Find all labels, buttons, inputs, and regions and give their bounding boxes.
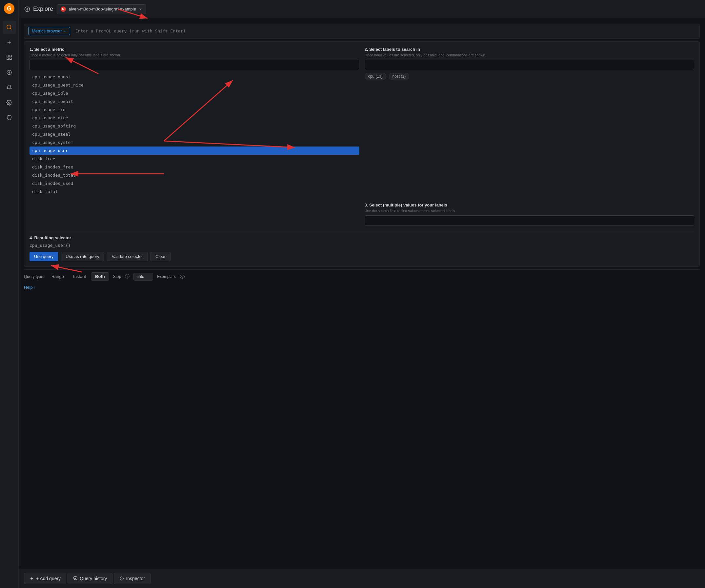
step-info-icon[interactable]: ⓘ <box>125 274 130 280</box>
exemplars-eye-icon[interactable] <box>180 274 185 279</box>
browser-actions: Use query Use as rate query Validate sel… <box>30 252 694 261</box>
add-query-button[interactable]: + Add query <box>24 573 66 584</box>
plus-icon <box>30 576 34 581</box>
help-chevron-icon: › <box>34 285 35 290</box>
search-icon[interactable] <box>3 21 16 34</box>
help-section: Help › <box>24 283 700 291</box>
resulting-selector: 4. Resulting selector cpu_usage_user{} U… <box>30 231 694 261</box>
query-editor: Metrics browser <box>24 23 700 39</box>
section-select-metric: 1. Select a metric Once a metric is sele… <box>30 47 360 197</box>
inspector-label: Inspector <box>126 576 145 581</box>
section-select-labels: 2. Select labels to search in Once label… <box>365 47 695 197</box>
grafana-logo[interactable]: G <box>3 3 15 14</box>
datasource-icon: M <box>61 7 66 12</box>
validate-selector-button[interactable]: Validate selector <box>107 252 148 261</box>
datasource-name: aiven-m3db-m3db-telegraf-example <box>68 7 136 11</box>
metric-item[interactable]: disk_used <box>30 196 360 197</box>
inspector-icon <box>120 576 124 581</box>
history-icon <box>73 576 78 581</box>
section1-description: Once a metric is selected only possible … <box>30 53 360 57</box>
section4-title: 4. Resulting selector <box>30 235 694 240</box>
metric-item[interactable]: cpu_usage_softirq <box>30 122 360 130</box>
metric-item[interactable]: cpu_usage_idle <box>30 89 360 97</box>
metric-item[interactable]: cpu_usage_irq <box>30 105 360 114</box>
label-tag[interactable]: host (1) <box>389 73 410 80</box>
label-tags: cpu (13)host (1) <box>365 73 695 80</box>
label-tag[interactable]: cpu (13) <box>365 73 386 80</box>
browser-sections: 1. Select a metric Once a metric is sele… <box>30 47 694 197</box>
query-type-label: Query type <box>24 274 43 279</box>
exemplars-label: Exemplars <box>157 274 176 279</box>
query-type-options: Range Instant Both <box>47 273 109 281</box>
metrics-browser-panel: 1. Select a metric Once a metric is sele… <box>24 41 700 267</box>
browser-bottom: 3. Select (multiple) values for your lab… <box>30 203 694 226</box>
both-button[interactable]: Both <box>91 273 109 281</box>
explore-icon[interactable] <box>3 66 16 79</box>
svg-text:G: G <box>7 5 11 12</box>
svg-rect-3 <box>7 55 8 57</box>
explore-label: Explore <box>33 6 53 12</box>
clear-button[interactable]: Clear <box>150 252 171 261</box>
chevron-down-icon <box>139 7 143 11</box>
step-input[interactable] <box>134 273 153 281</box>
inspector-button[interactable]: Inspector <box>114 573 150 584</box>
metric-item[interactable]: disk_free <box>30 155 360 163</box>
sidebar: G <box>0 0 19 588</box>
metric-item[interactable]: disk_inodes_total <box>30 171 360 179</box>
svg-point-10 <box>25 7 30 11</box>
use-as-rate-button[interactable]: Use as rate query <box>61 252 104 261</box>
shield-icon[interactable] <box>3 111 16 124</box>
explore-title-icon <box>24 6 31 12</box>
editor-header: Metrics browser <box>24 24 699 38</box>
metric-item[interactable]: cpu_usage_system <box>30 138 360 147</box>
section3-description: Use the search field to find values acro… <box>365 209 695 213</box>
datasource-selector[interactable]: M aiven-m3db-m3db-telegraf-example <box>57 4 146 14</box>
instant-button[interactable]: Instant <box>69 273 90 281</box>
label-values-search-input[interactable] <box>365 215 695 226</box>
metric-item[interactable]: disk_inodes_free <box>30 163 360 171</box>
content-area: Metrics browser 1. Select a metric Once … <box>19 18 705 569</box>
add-query-label: + Add query <box>36 576 61 581</box>
metric-item[interactable]: cpu_usage_guest <box>30 73 360 81</box>
topbar: Explore M aiven-m3db-m3db-telegraf-examp… <box>19 0 705 18</box>
svg-point-7 <box>7 70 11 75</box>
svg-marker-11 <box>27 8 28 10</box>
dashboards-icon[interactable] <box>3 51 16 64</box>
metric-item[interactable]: cpu_usage_user <box>30 147 360 155</box>
label-search-input[interactable] <box>365 60 695 70</box>
step-label: Step <box>113 274 121 279</box>
metric-item[interactable]: cpu_usage_nice <box>30 114 360 122</box>
metric-item[interactable]: cpu_usage_guest_nice <box>30 81 360 89</box>
page-title: Explore <box>24 6 53 12</box>
metric-item[interactable]: disk_total <box>30 188 360 196</box>
use-query-button[interactable]: Use query <box>30 252 58 261</box>
query-history-button[interactable]: Query history <box>67 573 112 584</box>
promql-input[interactable] <box>73 27 696 35</box>
svg-point-9 <box>8 102 10 104</box>
metric-search-input[interactable] <box>30 60 360 70</box>
metric-item[interactable]: cpu_usage_steal <box>30 130 360 138</box>
metrics-browser-button[interactable]: Metrics browser <box>28 27 70 35</box>
svg-rect-4 <box>10 55 11 57</box>
add-icon[interactable] <box>3 36 16 49</box>
query-options: Query type Range Instant Both Step ⓘ Exe… <box>24 270 700 283</box>
section2-title: 2. Select labels to search in <box>365 47 695 52</box>
svg-marker-8 <box>9 71 10 74</box>
section1-title: 1. Select a metric <box>30 47 360 52</box>
svg-rect-5 <box>7 58 8 60</box>
query-history-label: Query history <box>80 576 107 581</box>
alerting-icon[interactable] <box>3 81 16 94</box>
range-button[interactable]: Range <box>47 273 68 281</box>
svg-point-2 <box>7 25 11 29</box>
metric-item[interactable]: cpu_usage_iowait <box>30 97 360 105</box>
help-link[interactable]: Help › <box>24 285 35 290</box>
settings-icon[interactable] <box>3 96 16 109</box>
bottom-toolbar: + Add query Query history Inspector <box>19 569 705 588</box>
main-content: Explore M aiven-m3db-m3db-telegraf-examp… <box>19 0 705 588</box>
metric-item[interactable]: disk_inodes_used <box>30 179 360 188</box>
selector-value: cpu_usage_user{} <box>30 243 694 248</box>
section3-title: 3. Select (multiple) values for your lab… <box>365 203 695 207</box>
svg-rect-6 <box>10 58 11 60</box>
metrics-browser-label: Metrics browser <box>32 29 62 34</box>
chevron-down-icon <box>63 30 66 33</box>
